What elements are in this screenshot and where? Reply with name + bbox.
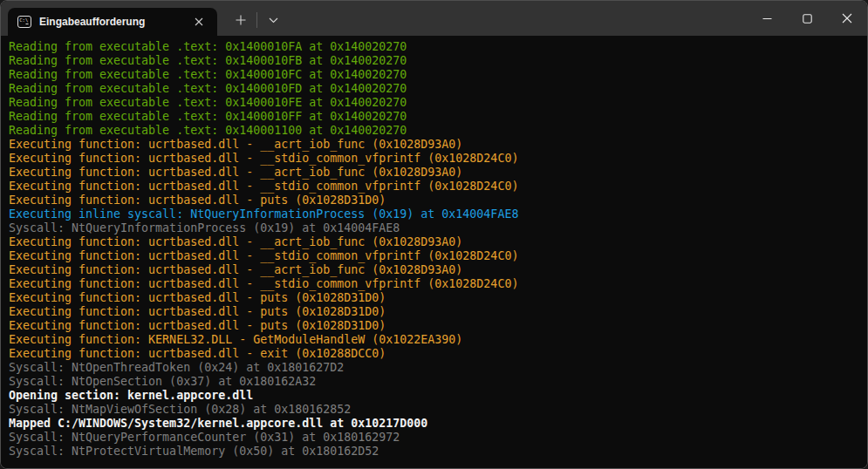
terminal-line: Reading from executable .text: 0x1400010… (9, 110, 862, 124)
terminal-line: Executing function: ucrtbased.dll - puts… (9, 194, 862, 207)
title-bar: C:\ Eingabeaufforderung (1, 1, 867, 36)
terminal-line: Reading from executable .text: 0x1400010… (9, 54, 862, 68)
chevron-down-icon (269, 17, 278, 24)
terminal-line: Reading from executable .text: 0x1400010… (9, 68, 862, 82)
terminal-line: Executing function: ucrtbased.dll - __ac… (9, 138, 862, 152)
terminal-line: Executing function: ucrtbased.dll - __ac… (9, 166, 862, 180)
cmd-icon: C:\ (17, 16, 31, 28)
toolbar-divider (256, 12, 257, 28)
tab-close-button[interactable] (188, 11, 210, 32)
terminal-line: Executing function: ucrtbased.dll - puts… (9, 319, 862, 333)
terminal-line: Executing function: ucrtbased.dll - __st… (9, 180, 862, 194)
terminal-line: Syscall: NtProtectVirtualMemory (0x50) a… (9, 445, 862, 459)
terminal-line: Executing function: ucrtbased.dll - __ac… (9, 263, 862, 277)
minimize-button[interactable] (747, 1, 787, 36)
terminal-line: Reading from executable .text: 0x1400010… (9, 40, 862, 54)
terminal-output[interactable]: Reading from executable .text: 0x1400010… (1, 36, 867, 468)
titlebar-drag-area[interactable] (288, 1, 747, 36)
terminal-line: Syscall: NtOpenSection (0x37) at 0x18016… (9, 375, 862, 389)
terminal-line: Executing inline syscall: NtQueryInforma… (9, 207, 862, 221)
terminal-line: Reading from executable .text: 0x1400011… (9, 124, 862, 138)
terminal-line: Executing function: ucrtbased.dll - __ac… (9, 235, 862, 249)
new-tab-button[interactable] (226, 6, 256, 34)
terminal-line: Syscall: NtQueryPerformanceCounter (0x31… (9, 431, 862, 445)
terminal-line: Executing function: ucrtbased.dll - exit… (9, 347, 862, 361)
close-icon (842, 13, 852, 24)
terminal-line: Mapped C:/WINDOWS/System32/kernel.appcor… (9, 417, 862, 431)
terminal-line: Syscall: NtQueryInformationProcess (0x19… (9, 221, 862, 235)
terminal-line: Executing function: KERNEL32.DLL - GetMo… (9, 333, 862, 347)
tab-title: Eingabeaufforderung (39, 16, 180, 28)
plus-icon (236, 15, 246, 25)
maximize-button[interactable] (787, 1, 827, 36)
terminal-line: Syscall: NtOpenThreadToken (0x24) at 0x1… (9, 361, 862, 375)
terminal-line: Reading from executable .text: 0x1400010… (9, 96, 862, 110)
svg-text:C:\: C:\ (19, 17, 28, 23)
terminal-line: Syscall: NtMapViewOfSection (0x28) at 0x… (9, 403, 862, 417)
close-icon (195, 17, 203, 26)
terminal-line: Executing function: ucrtbased.dll - __st… (9, 277, 862, 291)
terminal-line: Reading from executable .text: 0x1400010… (9, 82, 862, 96)
window-close-button[interactable] (827, 1, 867, 36)
tab-dropdown-button[interactable] (258, 6, 288, 34)
new-tab-group (226, 1, 288, 36)
maximize-icon (803, 14, 812, 24)
terminal-line: Executing function: ucrtbased.dll - __st… (9, 152, 862, 166)
tab-eingabeaufforderung[interactable]: C:\ Eingabeaufforderung (8, 8, 217, 36)
terminal-line: Opening section: kernel.appcore.dll (9, 389, 862, 403)
minimize-icon (762, 14, 772, 24)
terminal-line: Executing function: ucrtbased.dll - puts… (9, 291, 862, 305)
terminal-line: Executing function: ucrtbased.dll - __st… (9, 249, 862, 263)
terminal-line: Executing function: ucrtbased.dll - puts… (9, 305, 862, 319)
terminal-window: C:\ Eingabeaufforderung (0, 0, 868, 469)
